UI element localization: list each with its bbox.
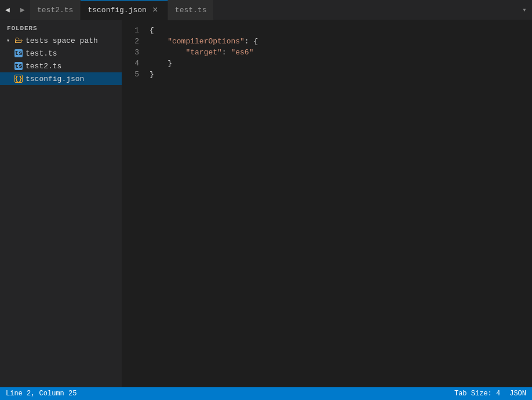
tab-tsconfig-close[interactable]: × [150,5,161,16]
status-left: Line 2, Column 25 [6,390,76,398]
tab-tsconfig[interactable]: tsconfig.json × [81,0,167,20]
folder-label: tests space path [25,36,122,45]
file-label-tsconfig-json: tsconfig.json [25,75,122,83]
nav-back-button[interactable]: ◀ [0,0,15,20]
code-line: } [150,58,532,69]
tab-size: Tab Size: 4 [454,390,500,398]
main-area: FOLDERS ▾ 🗁 tests space path ts test.ts … [0,20,532,387]
cursor-position: Line 2, Column 25 [6,390,76,398]
status-right: Tab Size: 4 JSON [454,390,526,398]
sidebar: FOLDERS ▾ 🗁 tests space path ts test.ts … [0,20,122,387]
code-line: { [150,25,532,36]
code-line: "compilerOptions": { [150,36,532,47]
tab-test2[interactable]: test2.ts [30,0,81,20]
folder-icon: 🗁 [14,36,23,45]
tab-test2-label: test2.ts [37,6,73,14]
line-number: 5 [122,69,139,80]
editor-area: 12345 { "compilerOptions": { "target": "… [122,20,532,387]
editor-content[interactable]: 12345 { "compilerOptions": { "target": "… [122,20,532,387]
code-line: "target": "es6" [150,47,532,58]
file-label-test2-ts: test2.ts [25,62,122,71]
tab-test[interactable]: test.ts [168,0,214,20]
nav-forward-button[interactable]: ▶ [15,0,30,20]
line-number: 1 [122,25,139,36]
ts-file-icon: ts [14,49,23,58]
tree-root-folder[interactable]: ▾ 🗁 tests space path [0,34,122,47]
line-numbers: 12345 [122,25,145,387]
ts-file-icon-2: ts [14,61,23,71]
line-number: 2 [122,36,139,47]
file-label-test-ts: test.ts [25,49,122,58]
tree-item-test2-ts[interactable]: ts test2.ts [0,60,122,72]
folder-chevron: ▾ [5,37,12,44]
tab-overflow-button[interactable]: ▾ [517,0,532,20]
line-number: 4 [122,58,139,69]
tab-tsconfig-label: tsconfig.json [88,6,146,14]
tree-item-test-ts[interactable]: ts test.ts [0,47,122,60]
sidebar-header: FOLDERS [0,20,122,34]
code-area[interactable]: { "compilerOptions": { "target": "es6" }… [145,25,532,387]
line-number: 3 [122,47,139,58]
tabs-container: test2.ts tsconfig.json × test.ts [30,0,517,20]
status-bar: Line 2, Column 25 Tab Size: 4 JSON [0,387,532,400]
tab-test-label: test.ts [175,6,207,14]
language-mode: JSON [509,390,526,398]
tree-item-tsconfig-json[interactable]: {} tsconfig.json [0,72,122,85]
tab-bar: ◀ ▶ test2.ts tsconfig.json × test.ts ▾ [0,0,532,20]
folder-tree: ▾ 🗁 tests space path ts test.ts ts test2… [0,34,122,387]
code-line: } [150,69,532,80]
json-file-icon: {} [14,74,23,83]
